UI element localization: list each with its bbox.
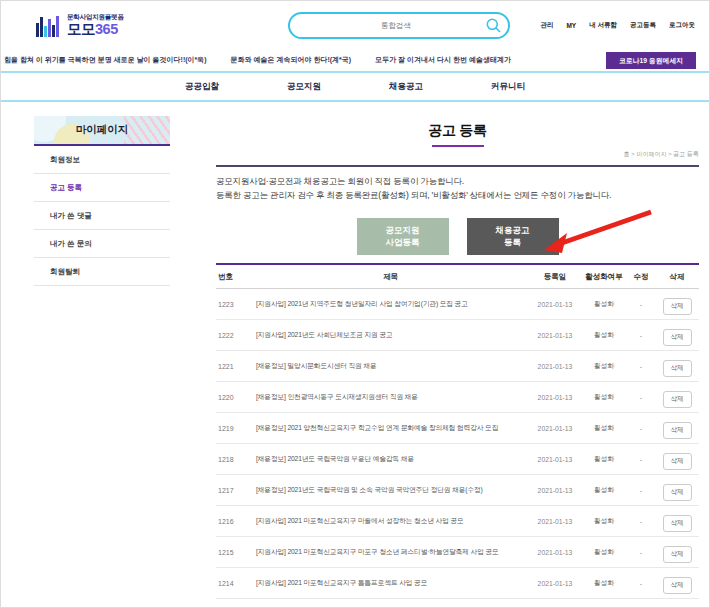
row-date: 2021-01-13 <box>529 425 581 432</box>
main-nav-item[interactable]: 커뮤니티 <box>491 81 525 93</box>
table-row: 1219 [채용정보] 2021 양천혁신교육지구 학교수업 연계 문화예술 창… <box>216 413 699 444</box>
utility-menu-item[interactable]: 공고등록 <box>630 21 656 30</box>
row-status: 활성화 <box>581 547 627 557</box>
description-line: 등록한 공고는 관리자 검수 후 최종 등록완료(활성화) 되며, '비활성화'… <box>216 189 699 203</box>
ticker-message: 힘을 합쳐 이 위기를 극복하면 분명 새로운 날이 올것이다!!(이*욱) <box>4 55 207 65</box>
row-title-link[interactable]: [채용정보] 2021년도 국립국악원 무용단 예술감독 채용 <box>256 455 414 462</box>
utility-menu-item[interactable]: MY <box>566 22 576 29</box>
row-edit-value: - <box>627 487 655 494</box>
row-status: 활성화 <box>581 361 627 371</box>
row-number: 1218 <box>216 456 248 463</box>
main-nav: 공공입찰공모지원채용공고커뮤니티 <box>1 73 709 102</box>
utility-menu-item[interactable]: 관리 <box>540 21 553 30</box>
row-date: 2021-01-13 <box>529 580 581 587</box>
sidebar-menu-item[interactable]: 공고 등록 <box>34 174 170 201</box>
row-status: 활성화 <box>581 330 627 340</box>
table-row: 1223 [지원사업] 2021년 지역주도형 청년일자리 사업 참여기업(기관… <box>216 289 699 320</box>
row-status: 활성화 <box>581 516 627 526</box>
register-button[interactable]: 공모지원 사업등록 <box>357 218 449 255</box>
delete-button[interactable]: 삭제 <box>663 546 692 563</box>
main-nav-item[interactable]: 채용공고 <box>389 81 423 93</box>
delete-button[interactable]: 삭제 <box>663 391 692 408</box>
table-body: 1223 [지원사업] 2021년 지역주도형 청년일자리 사업 참여기업(기관… <box>216 289 699 599</box>
announcement-table: 번호 제목 등록일 활성화여부 수정 삭제 1223 [지원사업] 2021년 … <box>216 263 699 599</box>
row-date: 2021-01-13 <box>529 301 581 308</box>
row-number: 1220 <box>216 394 248 401</box>
row-edit-value: - <box>627 363 655 370</box>
delete-button[interactable]: 삭제 <box>663 298 692 315</box>
sidebar-menu-row: 회원탈퇴 <box>34 258 170 286</box>
sidebar-menu-row: 내가 쓴 댓글 <box>34 202 170 230</box>
sidebar-menu-item[interactable]: 회원정보 <box>34 146 170 173</box>
sidebar-menu-item[interactable]: 내가 쓴 문의 <box>34 230 170 257</box>
row-title-link[interactable]: [채용정보] 밀양시문화도시센터 직원 채용 <box>256 362 377 369</box>
delete-button[interactable]: 삭제 <box>663 453 692 470</box>
row-number: 1215 <box>216 549 248 556</box>
row-title-link[interactable]: [채용정보] 인천광역시동구 도시재생지원센터 직원 채용 <box>256 393 418 400</box>
row-edit-value: - <box>627 518 655 525</box>
search-input[interactable] <box>290 21 486 30</box>
row-title-link[interactable]: [지원사업] 2021 마포혁신교육지구 마을에서 성장하는 청소년 사업 공모 <box>256 517 464 524</box>
sidebar-header: 마이페이지 <box>34 116 170 146</box>
row-date: 2021-01-13 <box>529 332 581 339</box>
row-title-link[interactable]: [지원사업] 2021 마포혁신교육지구 마포구 청소년 페스티벌·하늘연달축제… <box>256 548 499 555</box>
table-row: 1221 [채용정보] 밀양시문화도시센터 직원 채용 2021-01-13 활… <box>216 351 699 382</box>
message-ticker: 힘을 합쳐 이 위기를 극복하면 분명 새로운 날이 올것이다!!(이*욱)문화… <box>1 49 709 73</box>
row-title-link[interactable]: [채용정보] 2021 양천혁신교육지구 학교수업 연계 문화예술 창의체험 협… <box>256 424 498 431</box>
row-status: 활성화 <box>581 392 627 402</box>
section-divider <box>216 165 699 167</box>
corona-message-button[interactable]: 코로나19 응원메세지 <box>606 52 696 69</box>
register-buttons: 공모지원 사업등록 채용공고 등록 <box>216 218 699 255</box>
row-edit-value: - <box>627 456 655 463</box>
delete-button[interactable]: 삭제 <box>663 515 692 532</box>
register-button-line2: 등록 <box>504 237 521 249</box>
breadcrumb[interactable]: 홈 > 마이페이지 > 공고 등록 <box>216 150 699 159</box>
content: 마이페이지 회원정보 공고 등록 내가 쓴 댓글 <box>1 102 709 599</box>
row-date: 2021-01-13 <box>529 394 581 401</box>
logo[interactable]: 문화사업지원플랫폼 모모365 <box>36 13 124 37</box>
main-nav-item[interactable]: 공공입찰 <box>185 81 219 93</box>
register-button-line2: 사업등록 <box>386 237 420 249</box>
row-status: 활성화 <box>581 299 627 309</box>
page: 문화사업지원플랫폼 모모365 관리MY내 서류함공고등록로그아웃 힘을 합쳐 … <box>0 0 710 608</box>
table-row: 1218 [채용정보] 2021년도 국립국악원 무용단 예술감독 채용 202… <box>216 444 699 475</box>
main-panel: 공고 등록 홈 > 마이페이지 > 공고 등록 공모지원사업·공모전과 채용공고… <box>216 116 699 599</box>
delete-button[interactable]: 삭제 <box>663 577 692 594</box>
row-status: 활성화 <box>581 423 627 433</box>
sidebar-menu-item[interactable]: 내가 쓴 댓글 <box>34 202 170 229</box>
utility-menu-item[interactable]: 내 서류함 <box>589 21 617 30</box>
delete-button[interactable]: 삭제 <box>663 329 692 346</box>
logo-365: 365 <box>95 21 118 37</box>
register-button[interactable]: 채용공고 등록 <box>467 218 559 255</box>
row-edit-value: - <box>627 549 655 556</box>
row-edit-value: - <box>627 301 655 308</box>
register-button-line1: 채용공고 <box>496 225 530 237</box>
sidebar-menu-row: 회원정보 <box>34 146 170 174</box>
register-button-line1: 공모지원 <box>386 225 420 237</box>
delete-button[interactable]: 삭제 <box>663 422 692 439</box>
sidebar-menu-row: 내가 쓴 문의 <box>34 230 170 258</box>
logo-momo: 모모 <box>67 21 95 37</box>
sidebar-menu-item[interactable]: 회원탈퇴 <box>34 258 170 285</box>
sidebar-title: 마이페이지 <box>76 123 129 137</box>
col-number-header: 번호 <box>216 272 248 282</box>
decor-stripes-pink <box>124 116 170 144</box>
row-title-link[interactable]: [지원사업] 2021 마포혁신교육지구 틈틈프로젝트 사업 공모 <box>256 579 427 586</box>
row-edit-value: - <box>627 425 655 432</box>
delete-button[interactable]: 삭제 <box>663 360 692 377</box>
col-delete-header: 삭제 <box>655 272 699 282</box>
delete-button[interactable]: 삭제 <box>663 484 692 501</box>
table-header-row: 번호 제목 등록일 활성화여부 수정 삭제 <box>216 265 699 289</box>
row-title-link[interactable]: [채용정보] 2021년도 국립국악원 및 소속 국악원 국악연주단 정단원 채… <box>256 486 483 493</box>
table-row: 1222 [지원사업] 2021년도 사회단체보조금 지원 공고 2021-01… <box>216 320 699 351</box>
table-row: 1214 [지원사업] 2021 마포혁신교육지구 틈틈프로젝트 사업 공모 2… <box>216 568 699 599</box>
row-date: 2021-01-13 <box>529 487 581 494</box>
row-title-link[interactable]: [지원사업] 2021년 지역주도형 청년일자리 사업 참여기업(기관) 모집 … <box>256 300 468 307</box>
utility-menu-item[interactable]: 로그아웃 <box>669 21 695 30</box>
sidebar-menu-row: 공고 등록 <box>34 174 170 202</box>
main-nav-item[interactable]: 공모지원 <box>287 81 321 93</box>
ticker-message: 문화와 예술은 계속되어야 한다!(계*국) <box>231 55 352 65</box>
search-icon[interactable] <box>486 18 501 33</box>
row-title-link[interactable]: [지원사업] 2021년도 사회단체보조금 지원 공고 <box>256 331 393 338</box>
page-title: 공고 등록 <box>216 122 699 140</box>
